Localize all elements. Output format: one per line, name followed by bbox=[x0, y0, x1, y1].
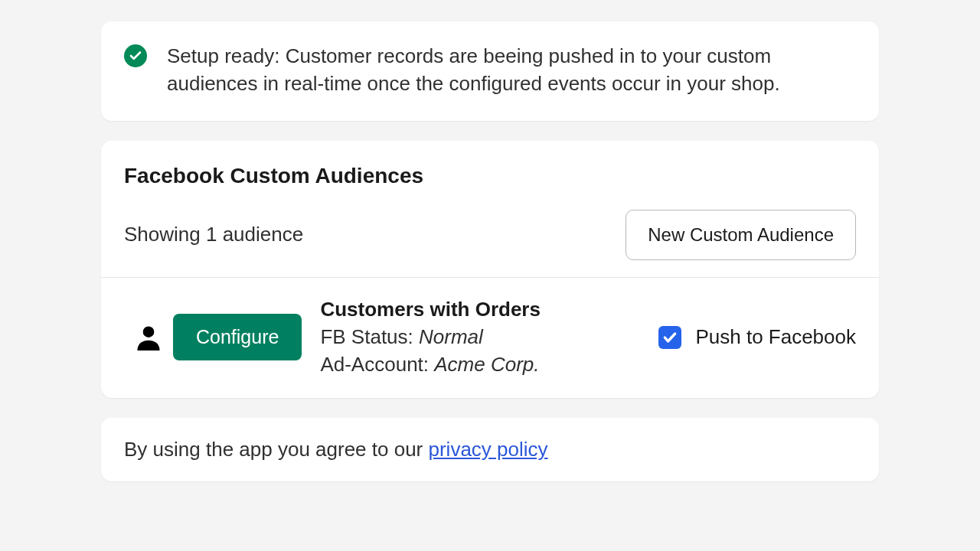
audiences-card: Facebook Custom Audiences Showing 1 audi… bbox=[101, 141, 879, 399]
checkbox-checked-icon bbox=[658, 326, 681, 349]
privacy-policy-link[interactable]: privacy policy bbox=[429, 438, 548, 461]
fb-status-value: Normal bbox=[419, 325, 483, 348]
footer-text: By using the app you agree to our bbox=[124, 438, 429, 461]
section-title: Facebook Custom Audiences bbox=[124, 164, 856, 188]
banner-message: Setup ready: Customer records are beeing… bbox=[167, 43, 856, 98]
audience-ad-account: Ad-Account: Acme Corp. bbox=[320, 351, 658, 379]
audience-row: Configure Customers with Orders FB Statu… bbox=[101, 278, 879, 399]
footer-card: By using the app you agree to our privac… bbox=[101, 418, 879, 481]
configure-button[interactable]: Configure bbox=[173, 314, 302, 360]
audience-name: Customers with Orders bbox=[320, 296, 658, 324]
audience-fb-status: FB Status: Normal bbox=[320, 324, 658, 351]
push-to-facebook-toggle[interactable]: Push to Facebook bbox=[658, 325, 856, 349]
person-icon bbox=[124, 324, 173, 350]
ad-account-value: Acme Corp. bbox=[434, 353, 539, 376]
ad-account-label: Ad-Account: bbox=[320, 353, 434, 376]
setup-ready-banner: Setup ready: Customer records are beeing… bbox=[101, 21, 879, 121]
fb-status-label: FB Status: bbox=[320, 325, 419, 348]
push-to-facebook-label: Push to Facebook bbox=[695, 325, 856, 349]
check-circle-icon bbox=[124, 44, 147, 67]
showing-count: Showing 1 audience bbox=[124, 223, 303, 246]
audience-info: Customers with Orders FB Status: Normal … bbox=[320, 296, 658, 379]
new-custom-audience-button[interactable]: New Custom Audience bbox=[626, 210, 856, 260]
svg-point-0 bbox=[143, 326, 155, 337]
